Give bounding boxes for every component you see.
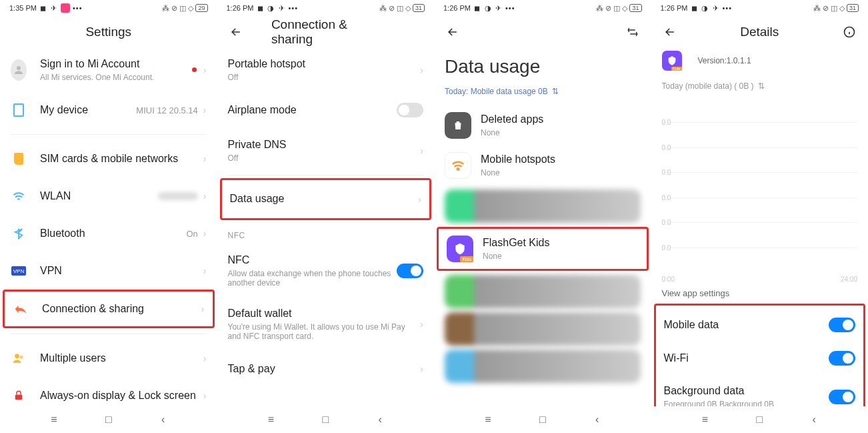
home-button[interactable]: □	[751, 412, 767, 428]
recent-apps-button[interactable]: ≡	[46, 412, 62, 428]
mobile-data-row[interactable]: Mobile data	[664, 308, 856, 342]
header: Details	[651, 16, 869, 48]
wlan-row[interactable]: WLAN ›	[11, 177, 207, 215]
home-button[interactable]: □	[535, 412, 551, 428]
app-badge-icon	[61, 3, 70, 13]
item-sub: Off	[228, 73, 421, 82]
back-button[interactable]	[662, 24, 678, 40]
bluetooth-status-icon: ⁂	[162, 4, 169, 13]
dnd-icon: ⊘	[605, 4, 611, 13]
sign-in-row[interactable]: Sign in to Mi Account All Mi services. O…	[11, 48, 207, 91]
status-time: 1:26 PM	[227, 4, 254, 12]
data-usage-screen: 1:26 PM ◼ ◑ ✈ ••• ⁂ ⊘ ◫ ◇ 31 Data usage …	[434, 0, 651, 433]
version-label: Version:1.0.1.1	[698, 56, 751, 65]
divider	[11, 134, 207, 135]
recent-apps-button[interactable]: ≡	[480, 412, 496, 428]
item-title: Always-on display & Lock screen	[40, 389, 203, 403]
toggle-sub: Foreground 0B Background 0B	[664, 400, 829, 406]
nfc-toggle[interactable]	[397, 264, 423, 278]
home-button[interactable]: □	[101, 412, 117, 428]
private-dns-row[interactable]: Private DNS Off ›	[228, 129, 424, 172]
chevron-right-icon: ›	[420, 145, 423, 156]
dropdown-icon: ⇅	[552, 87, 559, 96]
wifi-icon	[11, 188, 27, 204]
flashget-kids-row[interactable]: Kids FlashGet Kids None	[437, 227, 649, 271]
wifi-row[interactable]: Wi-Fi	[664, 342, 856, 375]
back-button[interactable]: ‹	[589, 412, 605, 428]
sort-button[interactable]	[625, 24, 641, 40]
lock-icon	[11, 388, 27, 404]
view-app-settings-link[interactable]: View app settings	[662, 272, 858, 304]
battery-indicator: 31	[629, 4, 641, 12]
item-title: Portable hotspot	[228, 57, 421, 71]
item-sub: You're using Mi Wallet. It allows you to…	[228, 322, 421, 342]
background-data-row[interactable]: Background data Foreground 0B Background…	[664, 375, 856, 406]
portable-hotspot-row[interactable]: Portable hotspot Off ›	[228, 48, 424, 91]
toggle-title: Mobile data	[664, 318, 829, 332]
flashget-icon: Kids	[447, 236, 473, 262]
default-wallet-row[interactable]: Default wallet You're using Mi Wallet. I…	[228, 298, 424, 351]
tap-pay-row[interactable]: Tap & pay ›	[228, 350, 424, 388]
page-title: Data usage	[445, 48, 641, 83]
airplane-mode-row[interactable]: Airplane mode	[228, 91, 424, 129]
deleted-apps-row[interactable]: Deleted apps None	[445, 105, 641, 145]
nfc-row[interactable]: NFC Allow data exchange when the phone t…	[228, 244, 424, 298]
wifi-toggle[interactable]	[829, 351, 855, 366]
item-title: Connection & sharing	[42, 302, 201, 316]
svg-point-4	[457, 168, 459, 170]
chevron-right-icon: ›	[203, 153, 207, 164]
chevron-right-icon: ›	[203, 390, 207, 401]
lock-screen-row[interactable]: Always-on display & Lock screen ›	[11, 377, 207, 406]
chart-y-label: 0.0	[662, 169, 671, 176]
home-button[interactable]: □	[317, 412, 333, 428]
bluetooth-row[interactable]: Bluetooth On ›	[11, 215, 207, 252]
recent-apps-button[interactable]: ≡	[697, 412, 713, 428]
chart-x-label: 0:00	[662, 276, 675, 283]
back-button[interactable]: ‹	[806, 412, 822, 428]
recent-apps-button[interactable]: ≡	[263, 412, 279, 428]
item-title: Data usage	[230, 192, 419, 206]
info-button[interactable]	[841, 24, 857, 40]
back-button[interactable]	[228, 24, 244, 40]
sim-row[interactable]: SIM cards & mobile networks ›	[11, 140, 207, 177]
blurred-app-row	[445, 275, 641, 308]
bluetooth-icon	[11, 226, 27, 242]
connection-sharing-row[interactable]: Connection & sharing ›	[3, 290, 215, 328]
my-device-row[interactable]: My device MIUI 12 20.5.14 ›	[11, 91, 207, 129]
vpn-row[interactable]: VPN VPN ›	[11, 252, 207, 290]
battery-indicator: 31	[847, 4, 859, 12]
page-title: Settings	[85, 25, 131, 39]
back-button[interactable]: ‹	[372, 412, 388, 428]
chart-y-label: 0.0	[662, 143, 671, 151]
wifi-status-icon: ◇	[622, 4, 627, 13]
header	[434, 16, 651, 48]
wifi-status-icon: ◇	[188, 4, 193, 13]
filter-selector[interactable]: Today (mobile data) ( 0B ) ⇅	[662, 77, 858, 100]
mobile-hotspots-row[interactable]: Mobile hotspots None	[445, 145, 641, 185]
chevron-right-icon: ›	[418, 194, 421, 205]
dnd-icon: ⊘	[389, 4, 395, 13]
background-data-toggle[interactable]	[829, 390, 855, 404]
chevron-right-icon: ›	[420, 319, 423, 330]
signin-title: Sign in to Mi Account	[40, 57, 192, 71]
back-button[interactable]	[445, 24, 461, 40]
status-app-icon: ◼	[256, 4, 264, 12]
send-icon: ✈	[495, 4, 503, 12]
settings-screen: 1:35 PM ◼ ✈ ••• ⁂ ⊘ ◫ ◇ 29 Settings Sign…	[0, 0, 217, 433]
filter-selector[interactable]: Today: Mobile data usage 0B ⇅	[445, 83, 641, 105]
hotspot-icon	[445, 152, 471, 179]
item-title: Private DNS	[228, 138, 421, 152]
multiple-users-row[interactable]: Multiple users ›	[11, 340, 207, 377]
status-app-icon: ◼	[473, 4, 481, 12]
data-usage-row[interactable]: Data usage ›	[220, 178, 432, 220]
more-icon: •••	[73, 4, 83, 12]
mobile-data-toggle[interactable]	[829, 318, 855, 332]
users-icon	[11, 350, 27, 366]
back-button[interactable]: ‹	[155, 412, 171, 428]
airplane-toggle[interactable]	[397, 103, 423, 117]
more-icon: •••	[505, 4, 515, 12]
device-icon	[11, 102, 27, 118]
bluetooth-status-icon: ⁂	[596, 4, 603, 13]
status-time: 1:35 PM	[9, 4, 37, 12]
divider	[228, 175, 424, 175]
